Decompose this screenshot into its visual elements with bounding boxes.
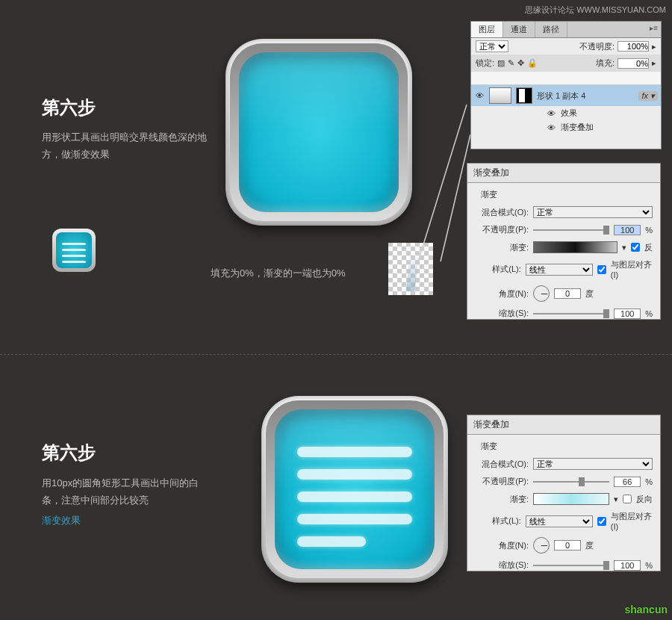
scale-value[interactable]: 100 xyxy=(614,309,641,319)
grad-label: 渐变: xyxy=(475,242,529,253)
angle-unit: 度 xyxy=(585,288,594,300)
blend-select[interactable]: 正常 xyxy=(533,458,653,470)
blend-select[interactable]: 正常 xyxy=(533,206,653,218)
big-icon-preview-1 xyxy=(225,39,412,226)
angle-label: 角度(N): xyxy=(475,540,529,551)
fill-arrow-icon[interactable]: ▸ xyxy=(652,58,656,68)
layer-name: 形状 1 副本 4 xyxy=(537,90,585,102)
style-select[interactable]: 线性 xyxy=(526,264,593,276)
fill-input[interactable] xyxy=(617,58,649,69)
style-select[interactable]: 线性 xyxy=(526,515,593,527)
reverse-label: 反向 xyxy=(636,494,653,505)
grad-dropdown-icon[interactable]: ▾ xyxy=(622,243,626,252)
grad-subheader: 渐变 xyxy=(475,439,653,455)
big-icon-preview-2 xyxy=(261,396,448,583)
opacity-value[interactable]: 66 xyxy=(614,477,641,487)
scale-label: 缩放(S): xyxy=(475,559,529,571)
lock-paint-icon[interactable]: ✎ xyxy=(508,58,514,68)
blend-mode-select[interactable]: 正常 xyxy=(476,40,508,52)
layers-tabs: 图层 通道 路径 xyxy=(471,22,661,38)
angle-dial[interactable] xyxy=(533,285,550,302)
grad-header: 渐变叠加 xyxy=(467,164,660,183)
align-label: 与图层对齐(I) xyxy=(611,259,653,279)
layer-row[interactable]: 👁 形状 1 副本 4 fx ▾ xyxy=(471,85,661,106)
grad-header: 渐变叠加 xyxy=(467,415,660,435)
layer-mask-thumb xyxy=(516,87,532,104)
step-desc-2: 用10px的圆角矩形工具画出中间的白条，注意中间部分比较亮 xyxy=(42,474,214,509)
scale-slider[interactable] xyxy=(533,565,609,566)
grad-dropdown-icon[interactable]: ▾ xyxy=(614,495,618,504)
callout-arrows xyxy=(414,45,474,269)
lock-move-icon[interactable]: ✥ xyxy=(517,58,524,68)
opacity-label: 不透明度(P): xyxy=(475,224,529,235)
opacity-label: 不透明度(P): xyxy=(475,476,529,487)
blend-label: 混合模式(O): xyxy=(475,459,529,470)
scale-value[interactable]: 100 xyxy=(614,560,641,571)
fx-badge[interactable]: fx ▾ xyxy=(638,91,658,101)
angle-dial[interactable] xyxy=(533,537,550,554)
blend-row: 正常 不透明度: ▸ xyxy=(471,38,661,55)
opacity-arrow-icon[interactable]: ▸ xyxy=(652,42,656,52)
grad-overlay-row[interactable]: 👁渐变叠加 xyxy=(471,120,661,134)
opacity-slider[interactable] xyxy=(533,229,609,231)
align-checkbox[interactable] xyxy=(597,517,606,526)
lock-transparency-icon[interactable]: ▨ xyxy=(497,58,505,68)
opacity-slider[interactable] xyxy=(533,481,609,483)
style-label: 样式(L): xyxy=(475,264,521,275)
opacity-label: 不透明度: xyxy=(579,41,615,52)
small-reference-icon xyxy=(52,229,96,272)
grad-subheader: 渐变 xyxy=(475,187,653,203)
reverse-checkbox[interactable] xyxy=(623,495,632,503)
gradient-preview[interactable] xyxy=(533,493,609,505)
reverse-checkbox[interactable] xyxy=(631,243,640,252)
step-desc-1: 用形状工具画出明暗交界线颜色深的地方，做渐变效果 xyxy=(42,128,214,164)
reverse-label: 反 xyxy=(644,242,653,253)
style-label: 样式(L): xyxy=(475,515,521,527)
visibility-eye-icon[interactable]: 👁 xyxy=(474,91,485,100)
tab-channels[interactable]: 通道 xyxy=(503,22,535,37)
angle-value[interactable]: 0 xyxy=(554,540,581,551)
layer-thumb xyxy=(489,87,511,104)
angle-unit: 度 xyxy=(585,540,594,551)
scale-label: 缩放(S): xyxy=(475,308,529,319)
gradient-overlay-panel-1: 渐变叠加 渐变 混合模式(O):正常 不透明度(P):100% 渐变:▾反 样式… xyxy=(467,163,661,320)
align-label: 与图层对齐(I) xyxy=(611,511,653,531)
grad-label: 渐变: xyxy=(475,494,529,505)
angle-value[interactable]: 0 xyxy=(554,288,581,299)
section-step6a: 第六步 用形状工具画出明暗交界线颜色深的地方，做渐变效果 填充为0%，渐变的一端… xyxy=(0,0,672,355)
panel-menu-icon[interactable]: ▸≡ xyxy=(650,24,658,32)
align-checkbox[interactable] xyxy=(597,265,606,274)
effects-row[interactable]: 👁效果 xyxy=(471,106,661,120)
step-title-2: 第六步 xyxy=(42,441,96,465)
shancun-logo: shancun xyxy=(624,604,668,616)
tab-layers[interactable]: 图层 xyxy=(471,22,503,37)
scale-slider[interactable] xyxy=(533,313,609,314)
fill-note: 填充为0%，渐变的一端也为0% xyxy=(211,267,346,280)
lock-all-icon[interactable]: 🔒 xyxy=(527,58,538,68)
lock-row: 锁定: ▨ ✎ ✥ 🔒 填充: ▸ xyxy=(471,55,661,72)
step-link[interactable]: 渐变效果 xyxy=(42,512,214,529)
opacity-value[interactable]: 100 xyxy=(614,225,641,235)
tab-paths[interactable]: 路径 xyxy=(535,22,567,37)
blend-label: 混合模式(O): xyxy=(475,207,529,218)
step-title-1: 第六步 xyxy=(42,96,96,120)
angle-label: 角度(N): xyxy=(475,288,529,300)
section-step6b: 三联网 3LIAN.COM 第六步 用10px的圆角矩形工具画出中间的白条，注意… xyxy=(0,355,672,620)
fill-label: 填充: xyxy=(596,58,615,69)
gradient-overlay-panel-2: 渐变叠加 渐变 混合模式(O):正常 不透明度(P):66% 渐变:▾反向 样式… xyxy=(467,415,661,571)
lock-label: 锁定: xyxy=(476,58,494,69)
icon-white-lines xyxy=(297,447,412,559)
layers-panel: ▸≡ 图层 通道 路径 正常 不透明度: ▸ 锁定: ▨ ✎ ✥ 🔒 填充: ▸… xyxy=(470,21,662,149)
opacity-input[interactable] xyxy=(617,41,649,52)
gradient-preview[interactable] xyxy=(533,241,617,253)
